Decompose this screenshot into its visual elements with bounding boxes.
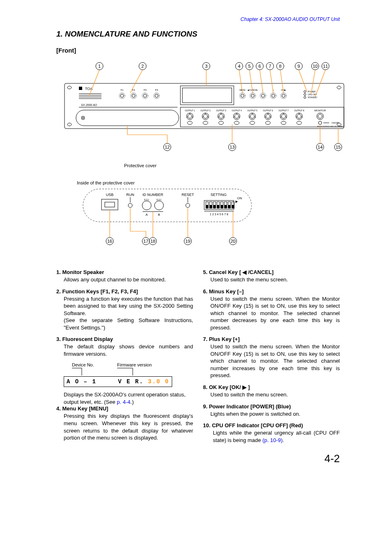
- svg-rect-41: [76, 110, 179, 126]
- svg-point-55: [154, 93, 159, 99]
- svg-point-61: [241, 94, 244, 97]
- svg-point-122: [265, 121, 270, 124]
- svg-point-33: [67, 123, 71, 126]
- svg-point-83: [188, 114, 192, 118]
- front-panel-svg: 1234567891011 12131415 TOA SX-2000 AO: [60, 59, 348, 161]
- svg-point-167: [128, 203, 132, 207]
- svg-line-93: [208, 117, 208, 117]
- svg-text:7: 7: [269, 64, 271, 69]
- svg-point-170: [154, 201, 164, 210]
- page-link[interactable]: p. 4-4: [117, 399, 130, 405]
- svg-rect-190: [224, 205, 227, 208]
- svg-text:9: 9: [297, 64, 300, 69]
- svg-point-132: [297, 114, 301, 118]
- item: 9. Power Indicator [POWER] (Blue)Lights …: [203, 403, 340, 418]
- svg-text:OUTPUT 2: OUTPUT 2: [201, 109, 211, 112]
- page-link[interactable]: (p. 10-9): [263, 437, 283, 443]
- svg-text:F4: F4: [155, 89, 158, 91]
- svg-point-139: [318, 121, 322, 124]
- svg-line-120: [265, 117, 266, 117]
- svg-point-73: [282, 94, 285, 97]
- svg-point-115: [250, 121, 255, 124]
- svg-line-134: [296, 117, 297, 117]
- svg-rect-194: [232, 205, 234, 208]
- svg-text:17: 17: [143, 239, 148, 244]
- item-head: 4. Menu Key [MENU]: [56, 405, 193, 412]
- svg-text:8: 8: [279, 64, 281, 69]
- svg-rect-192: [228, 205, 231, 208]
- svg-text:B: B: [158, 213, 160, 216]
- svg-point-87: [187, 121, 192, 124]
- item-head: 2. Function Keys [F1, F2, F3, F4]: [56, 288, 193, 295]
- item-body: Used to switch the menu screen. When the…: [203, 343, 340, 379]
- svg-text:12: 12: [165, 145, 170, 150]
- svg-rect-186: [217, 205, 219, 208]
- svg-text:MENU: MENU: [240, 89, 246, 91]
- display-screen: A O – 1V E R. 3.0 0: [64, 376, 172, 387]
- svg-text:OUTPUT 1: OUTPUT 1: [185, 109, 195, 112]
- svg-rect-182: [210, 205, 212, 208]
- svg-point-129: [281, 121, 286, 124]
- svg-text:RUN: RUN: [126, 193, 134, 197]
- svg-text:F1: F1: [120, 89, 124, 91]
- monitor-label: MONITOR: [314, 109, 326, 112]
- svg-rect-35: [79, 87, 82, 90]
- svg-point-67: [261, 94, 265, 97]
- svg-line-141: [89, 70, 99, 96]
- front-panel-diagram: 1234567891011 12131415 TOA SX-2000 AO: [60, 59, 340, 168]
- svg-point-69: [270, 93, 276, 99]
- chapter-header: Chapter 4: SX-2000AO AUDIO OUTPUT Unit: [56, 16, 340, 22]
- svg-rect-58: [182, 88, 232, 103]
- svg-point-60: [240, 93, 245, 99]
- svg-text:◀/CANCEL: ◀/CANCEL: [247, 89, 258, 91]
- item: 6. Minus Key [–]Used to switch the menu …: [203, 288, 340, 332]
- svg-rect-184: [213, 205, 216, 208]
- item-body: Lights when the power is switched on.: [203, 410, 340, 418]
- svg-point-90: [203, 114, 208, 118]
- item-head: 6. Minus Key [–]: [203, 288, 340, 295]
- item-body: Displays the SX-2000AO's current operati…: [56, 391, 193, 405]
- svg-point-78: [304, 97, 306, 99]
- svg-text:1 2 3 4 5 6 7 8: 1 2 3 4 5 6 7 8: [210, 213, 228, 216]
- svg-point-137: [317, 113, 323, 120]
- item: 4. Menu Key [MENU]Pressing this key disp…: [56, 405, 193, 441]
- svg-text:RESET: RESET: [182, 193, 194, 197]
- item-body: Used to switch the menu screen.: [203, 276, 340, 283]
- unit-label: AUDIO OUTPUT UNIT SX-2000AO: [317, 125, 343, 127]
- svg-line-86: [192, 117, 193, 117]
- svg-text:4: 4: [238, 64, 240, 69]
- item-body: Pressing this key displays the fluoresce…: [56, 412, 193, 441]
- svg-text:10: 10: [313, 64, 318, 69]
- svg-line-85: [187, 117, 188, 117]
- item: 1. Monitor SpeakerAllows any output chan…: [56, 269, 193, 283]
- item: 3. Fluorescent DisplayThe default displa…: [56, 336, 193, 357]
- svg-text:OUTPUT 6: OUTPUT 6: [263, 109, 273, 112]
- svg-point-56: [155, 94, 158, 97]
- svg-line-147: [270, 70, 273, 93]
- item: 2. Function Keys [F1, F2, F3, F4]Pressin…: [56, 288, 193, 332]
- svg-point-136: [297, 121, 302, 124]
- section-front: [Front]: [56, 47, 340, 54]
- svg-text:5: 5: [248, 64, 251, 69]
- svg-text:11: 11: [323, 64, 328, 69]
- page-number: 4-2: [324, 452, 340, 465]
- page: Chapter 4: SX-2000AO AUDIO OUTPUT Unit 1…: [36, 0, 356, 473]
- svg-text:20: 20: [231, 239, 235, 244]
- svg-point-47: [120, 94, 124, 97]
- svg-point-70: [272, 94, 275, 97]
- svg-rect-165: [101, 199, 118, 210]
- svg-text:OUTPUT 4: OUTPUT 4: [232, 109, 242, 112]
- svg-rect-30: [65, 83, 344, 129]
- svg-text:ON: ON: [237, 196, 242, 200]
- item-head: 3. Fluorescent Display: [56, 336, 193, 342]
- svg-point-63: [250, 93, 256, 99]
- svg-point-46: [119, 93, 125, 99]
- item: 5. Cancel Key [ ◀ /CANCEL]Used to switch…: [203, 269, 340, 283]
- svg-text:3: 3: [205, 64, 208, 69]
- svg-text:SETTING: SETTING: [210, 193, 226, 197]
- svg-text:OUTPUT 3: OUTPUT 3: [216, 109, 226, 112]
- model-label: SX-2000 AO: [81, 104, 97, 106]
- svg-text:15: 15: [336, 145, 341, 150]
- svg-line-107: [239, 117, 240, 117]
- item-head: 1. Monitor Speaker: [56, 269, 193, 275]
